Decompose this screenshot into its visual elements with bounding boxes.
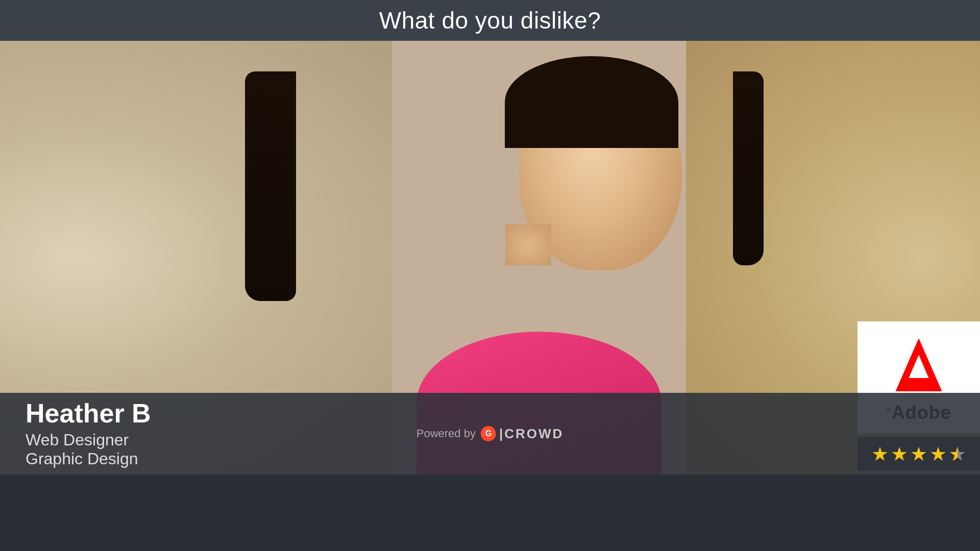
powered-by-label: Powered by xyxy=(416,427,476,440)
powered-by-section: Powered by G |CROWD xyxy=(416,426,564,442)
hair-right xyxy=(733,71,764,265)
star-rating-bar: ★ ★ ★ ★ ★ ★ xyxy=(857,437,980,470)
crowd-text: |CROWD xyxy=(499,426,564,442)
person-category: Graphic Design xyxy=(26,449,151,468)
g2-circle-icon: G xyxy=(481,426,496,441)
person-name: Heather B xyxy=(26,399,151,428)
star-4: ★ xyxy=(929,443,947,465)
neck xyxy=(505,224,551,265)
g2crowd-logo: G |CROWD xyxy=(481,426,564,442)
star-5-half: ★ ★ xyxy=(949,443,966,465)
star-2: ★ xyxy=(891,443,908,465)
star-3: ★ xyxy=(910,443,927,465)
hair-left xyxy=(245,71,296,301)
video-container[interactable]: ®Adobe Heather B Web Designer Graphic De… xyxy=(0,41,980,474)
face-area xyxy=(493,66,707,332)
header-bar: What do you dislike? xyxy=(0,0,980,41)
person-info: Heather B Web Designer Graphic Design xyxy=(0,389,177,474)
bottom-bar: Heather B Web Designer Graphic Design Po… xyxy=(0,393,980,474)
adobe-logo-svg xyxy=(886,332,952,398)
star-1: ★ xyxy=(871,443,889,465)
person-job-title: Web Designer xyxy=(26,431,151,449)
hair-top xyxy=(505,56,678,148)
question-title: What do you dislike? xyxy=(379,7,601,34)
